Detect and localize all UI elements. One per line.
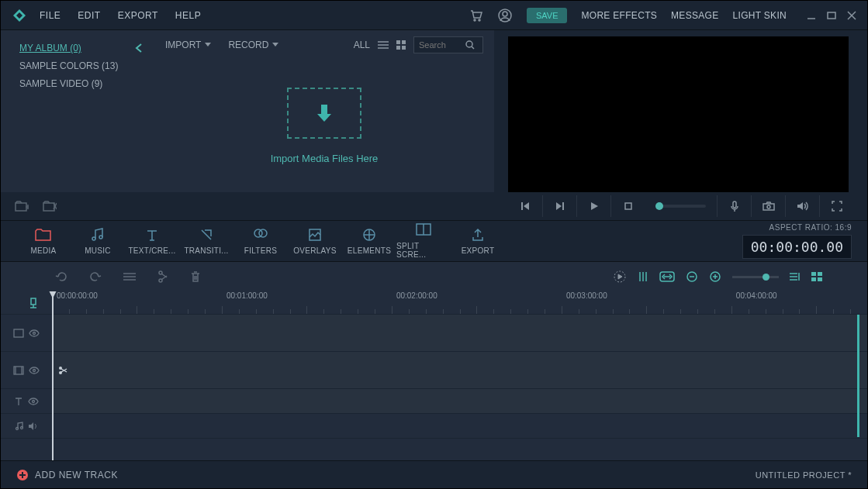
- track-size-icon[interactable]: [790, 272, 801, 281]
- playhead[interactable]: [52, 291, 54, 460]
- play-icon[interactable]: [576, 195, 610, 217]
- menu-file[interactable]: FILE: [40, 10, 61, 21]
- fullscreen-icon[interactable]: [819, 195, 853, 217]
- tab-overlays[interactable]: OVERLAYS: [288, 228, 342, 255]
- svg-marker-38: [797, 202, 803, 210]
- svg-rect-29: [521, 202, 523, 210]
- voiceover-icon[interactable]: [717, 195, 751, 217]
- export-icon: [472, 228, 484, 242]
- track-video-main: [1, 352, 867, 389]
- undo-icon[interactable]: [55, 270, 67, 283]
- split-screen-icon: [416, 223, 431, 237]
- zoom-fit-icon[interactable]: [659, 271, 675, 282]
- filter-all[interactable]: ALL: [354, 40, 370, 50]
- svg-rect-21: [321, 105, 327, 114]
- timecode-display: 00:00:00.00: [742, 235, 852, 259]
- svg-rect-71: [31, 298, 36, 305]
- cart-icon[interactable]: [469, 9, 483, 22]
- plus-circle-icon: [16, 469, 29, 481]
- sidebar-item-sample-video[interactable]: SAMPLE VIDEO (9): [19, 78, 147, 89]
- record-dropdown[interactable]: RECORD: [228, 40, 278, 50]
- delete-icon[interactable]: [190, 270, 201, 283]
- svg-point-5: [503, 12, 507, 16]
- zoom-in-icon[interactable]: [709, 270, 721, 283]
- redo-icon[interactable]: [89, 270, 102, 283]
- timeline-ruler[interactable]: 00:00:00:0000:01:00:0000:02:00:0000:03:0…: [1, 291, 867, 315]
- preview-progress[interactable]: [655, 205, 706, 208]
- tab-media[interactable]: MEDIA: [16, 228, 71, 255]
- menu-help[interactable]: HELP: [175, 10, 201, 21]
- eye-icon[interactable]: [29, 367, 40, 374]
- zoom-slider[interactable]: [732, 276, 779, 278]
- eye-icon[interactable]: [28, 398, 39, 405]
- search-input[interactable]: [413, 36, 483, 53]
- svg-point-75: [33, 332, 36, 334]
- new-folder-icon[interactable]: [15, 201, 29, 212]
- svg-marker-53: [618, 274, 622, 279]
- list-view-icon[interactable]: [378, 40, 389, 50]
- prev-frame-icon[interactable]: [508, 195, 542, 217]
- preview-panel: [494, 30, 867, 220]
- filters-icon: [253, 228, 268, 242]
- back-arrow-icon[interactable]: [134, 43, 145, 53]
- tab-text[interactable]: TEXT/CRE...: [125, 228, 179, 255]
- scissors-icon: [58, 366, 67, 375]
- menu-edit[interactable]: EDIT: [78, 10, 100, 21]
- next-frame-icon[interactable]: [542, 195, 576, 217]
- svg-rect-7: [828, 12, 835, 19]
- account-icon[interactable]: [497, 8, 513, 23]
- menu-export[interactable]: EXPORT: [118, 10, 158, 21]
- svg-point-40: [99, 236, 102, 239]
- tab-elements[interactable]: ELEMENTS: [342, 228, 396, 255]
- tab-split-screen[interactable]: SPLIT SCRE...: [396, 223, 451, 259]
- light-skin-link[interactable]: LIGHT SKIN: [733, 10, 787, 21]
- more-effects-link[interactable]: MORE EFFECTS: [581, 10, 657, 21]
- track-body[interactable]: [52, 315, 867, 351]
- volume-icon[interactable]: [785, 195, 819, 217]
- speaker-icon[interactable]: [29, 422, 38, 430]
- svg-rect-17: [396, 46, 400, 50]
- stop-icon[interactable]: [610, 195, 645, 217]
- edit-toolbar: [1, 262, 867, 291]
- svg-point-83: [16, 427, 19, 429]
- svg-marker-30: [524, 202, 529, 210]
- download-arrow-icon: [287, 88, 361, 139]
- svg-point-82: [33, 400, 35, 402]
- split-icon[interactable]: [157, 270, 168, 283]
- import-dropdown[interactable]: IMPORT: [165, 40, 211, 50]
- minimize-icon[interactable]: [807, 11, 816, 20]
- message-link[interactable]: MESSAGE: [671, 10, 718, 21]
- library-sidebar: MY ALBUM (0) SAMPLE COLORS (13) SAMPLE V…: [1, 30, 154, 192]
- maximize-icon[interactable]: [827, 11, 836, 20]
- end-marker[interactable]: [857, 315, 859, 437]
- tab-music[interactable]: MUSIC: [71, 228, 125, 255]
- import-drop-area[interactable]: Import Media Files Here: [154, 60, 494, 192]
- track-options-icon[interactable]: [811, 272, 822, 281]
- audio-mixer-icon[interactable]: [638, 270, 648, 283]
- track-body[interactable]: [52, 414, 867, 438]
- grid-view-icon[interactable]: [396, 40, 406, 50]
- svg-point-2: [474, 19, 475, 21]
- search-field[interactable]: [419, 40, 465, 50]
- svg-marker-22: [317, 114, 331, 122]
- close-icon[interactable]: [847, 11, 856, 20]
- add-new-track-button[interactable]: ADD NEW TRACK: [16, 469, 118, 481]
- svg-rect-26: [43, 203, 54, 211]
- save-button[interactable]: SAVE: [527, 8, 568, 23]
- render-icon[interactable]: [613, 270, 627, 284]
- delete-folder-icon[interactable]: [43, 201, 57, 212]
- edit-properties-icon[interactable]: [123, 271, 136, 282]
- eye-icon[interactable]: [29, 329, 40, 337]
- tab-transitions[interactable]: TRANSITI...: [179, 228, 233, 255]
- tab-export[interactable]: EXPORT: [451, 228, 505, 255]
- zoom-out-icon[interactable]: [686, 270, 698, 283]
- track-body[interactable]: [52, 389, 867, 413]
- tab-filters[interactable]: FILTERS: [233, 228, 288, 255]
- preview-controls: [494, 192, 867, 220]
- track-body[interactable]: [52, 352, 867, 388]
- track-video-overlay: [1, 315, 867, 352]
- snapshot-icon[interactable]: [751, 195, 785, 217]
- sidebar-item-sample-colors[interactable]: SAMPLE COLORS (13): [19, 60, 147, 71]
- sidebar-item-my-album[interactable]: MY ALBUM (0): [19, 43, 147, 53]
- svg-rect-70: [818, 277, 822, 281]
